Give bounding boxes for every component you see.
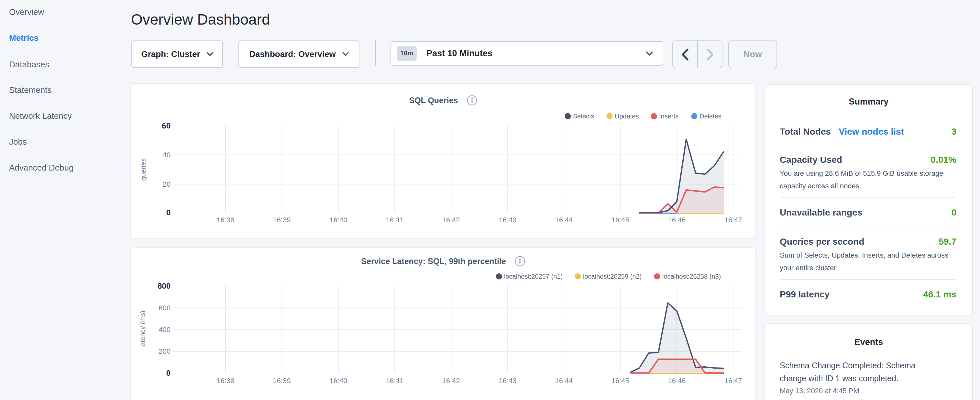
svg-text:800: 800 (158, 282, 170, 290)
svg-text:0: 0 (166, 369, 170, 377)
svg-text:16:41: 16:41 (386, 377, 404, 385)
svg-text:localhost:26257 (n1): localhost:26257 (n1) (504, 273, 563, 280)
svg-text:16:39: 16:39 (273, 377, 291, 385)
svg-text:16:40: 16:40 (329, 216, 347, 224)
svg-text:16:47: 16:47 (724, 216, 742, 224)
svg-text:localhost:26259 (n2): localhost:26259 (n2) (583, 273, 641, 280)
svg-text:400: 400 (159, 325, 170, 334)
svg-text:16:46: 16:46 (668, 216, 686, 224)
svg-text:16:44: 16:44 (555, 377, 573, 385)
svg-text:Deletes: Deletes (700, 113, 721, 120)
svg-text:queries: queries (140, 159, 147, 181)
svg-text:Inserts: Inserts (659, 113, 678, 120)
svg-text:16:45: 16:45 (611, 216, 629, 224)
svg-text:16:39: 16:39 (273, 216, 291, 224)
svg-text:20: 20 (163, 180, 170, 188)
svg-text:16:38: 16:38 (216, 216, 234, 224)
svg-text:16:45: 16:45 (611, 377, 629, 385)
svg-text:16:47: 16:47 (724, 377, 742, 385)
svg-text:Selects: Selects (573, 113, 594, 120)
svg-text:16:42: 16:42 (442, 377, 460, 385)
svg-text:16:43: 16:43 (499, 216, 516, 224)
svg-text:16:42: 16:42 (442, 216, 460, 224)
svg-text:16:38: 16:38 (216, 377, 234, 385)
svg-text:200: 200 (159, 347, 170, 355)
svg-text:16:44: 16:44 (555, 216, 573, 224)
svg-text:60: 60 (162, 121, 170, 130)
svg-text:16:41: 16:41 (386, 216, 404, 224)
svg-text:40: 40 (163, 151, 170, 159)
svg-text:localhost:26258 (n3): localhost:26258 (n3) (662, 273, 721, 280)
svg-text:Updates: Updates (615, 113, 639, 120)
svg-text:latency (ms): latency (ms) (139, 311, 146, 347)
svg-text:16:46: 16:46 (668, 377, 686, 385)
svg-text:0: 0 (166, 208, 170, 217)
svg-text:16:43: 16:43 (499, 377, 516, 385)
svg-text:16:40: 16:40 (329, 377, 347, 385)
svg-text:600: 600 (159, 304, 170, 312)
